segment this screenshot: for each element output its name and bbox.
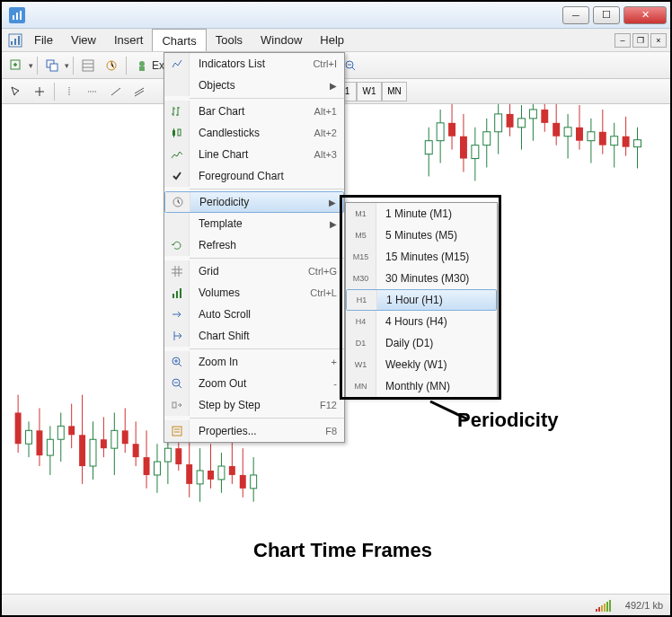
grid-icon [164, 260, 190, 282]
menu-item-chart-shift[interactable]: Chart Shift [164, 325, 344, 347]
menu-item-zoom-in[interactable]: Zoom In+ [164, 351, 344, 373]
periodicity-h1[interactable]: H11 Hour (H1) [346, 289, 497, 311]
menu-insert[interactable]: Insert [105, 29, 153, 51]
menu-item-label: Properties... [190, 425, 325, 437]
svg-rect-95 [599, 132, 606, 145]
horizontal-line-tool-button[interactable] [82, 81, 103, 102]
svg-rect-23 [36, 430, 42, 455]
svg-point-12 [139, 61, 145, 66]
menu-item-line-chart[interactable]: Line ChartAlt+3 [164, 144, 344, 165]
svg-rect-83 [529, 110, 536, 119]
bar-chart-icon [164, 101, 190, 122]
menu-item-refresh[interactable]: Refresh [164, 234, 344, 256]
menu-item-bar-chart[interactable]: Bar ChartAlt+1 [164, 101, 344, 122]
periodicity-m5[interactable]: M55 Minutes (M5) [346, 225, 497, 246]
periodicity-h4[interactable]: H44 Hours (H4) [346, 311, 497, 332]
menu-shortcut: Alt+2 [314, 128, 337, 138]
navigator-button[interactable] [101, 55, 122, 76]
svg-rect-41 [133, 444, 139, 457]
periodicity-item-label: 4 Hours (H4) [376, 315, 497, 328]
window-close-button[interactable]: ✕ [623, 6, 667, 24]
svg-rect-111 [172, 427, 181, 436]
trendline-tool-button[interactable] [105, 81, 127, 102]
props-icon [164, 420, 190, 442]
periodicity-d1[interactable]: D1Daily (D1) [346, 332, 497, 354]
svg-rect-27 [57, 426, 64, 439]
menu-item-objects[interactable]: Objects▶ [164, 75, 344, 96]
svg-rect-77 [495, 114, 502, 132]
timeframe-mn-button[interactable]: MN [382, 82, 407, 101]
svg-rect-0 [13, 15, 14, 20]
menu-item-step-by-step[interactable]: Step by StepF12 [164, 394, 344, 416]
menu-item-foreground-chart[interactable]: Foreground Chart [164, 165, 344, 187]
annotation-timeframes-label: Chart Time Frames [253, 539, 432, 562]
periodicity-m1[interactable]: M11 Minute (M1) [346, 203, 497, 225]
zoom-in-icon [164, 351, 190, 373]
profiles-button[interactable] [41, 55, 63, 76]
submenu-arrow-icon: ▶ [329, 198, 336, 207]
svg-rect-65 [425, 141, 432, 154]
menu-tools[interactable]: Tools [207, 29, 252, 51]
cursor-tool-button[interactable] [5, 81, 27, 102]
menu-shortcut: + [332, 357, 337, 367]
periodicity-item-label: Monthly (MN) [376, 380, 497, 392]
svg-rect-59 [229, 466, 235, 475]
svg-rect-6 [18, 36, 20, 45]
svg-rect-71 [460, 137, 467, 159]
svg-rect-1 [16, 13, 18, 20]
market-watch-button[interactable] [77, 55, 99, 76]
connection-indicator-icon [596, 599, 611, 612]
statusbar: 492/1 kb [2, 594, 670, 615]
periodicity-code-label: MN [346, 375, 376, 397]
menu-item-template[interactable]: Template▶ [164, 213, 344, 234]
menu-shortcut: Alt+1 [314, 106, 337, 117]
menu-item-grid[interactable]: GridCtrl+G [164, 260, 344, 282]
svg-rect-93 [588, 132, 595, 141]
window-maximize-button[interactable]: ☐ [593, 6, 620, 24]
periodicity-m15[interactable]: M1515 Minutes (M15) [346, 246, 497, 268]
menu-item-properties-[interactable]: Properties...F8 [164, 420, 344, 442]
svg-rect-89 [564, 128, 571, 137]
svg-rect-2 [20, 11, 22, 20]
menu-shortcut: Ctrl+L [310, 287, 337, 298]
periodicity-mn[interactable]: MNMonthly (MN) [346, 375, 497, 397]
menu-item-label: Zoom In [190, 356, 332, 368]
mdi-restore-button[interactable]: ❐ [632, 33, 649, 48]
timeframe-w1-button[interactable]: W1 [357, 82, 382, 101]
svg-rect-19 [15, 412, 22, 444]
crosshair-tool-button[interactable] [29, 81, 50, 102]
periodicity-code-label: M5 [346, 225, 376, 246]
svg-rect-29 [68, 426, 75, 435]
vertical-line-tool-button[interactable] [58, 81, 80, 102]
svg-rect-110 [172, 402, 176, 408]
menu-item-zoom-out[interactable]: Zoom Out- [164, 373, 344, 394]
volumes-icon [164, 282, 190, 304]
svg-rect-87 [553, 123, 560, 137]
periodicity-m30[interactable]: M3030 Minutes (M30) [346, 268, 497, 289]
traffic-label: 492/1 kb [625, 600, 663, 611]
menu-file[interactable]: File [25, 29, 62, 51]
menu-charts[interactable]: Charts [152, 29, 206, 51]
periodicity-item-label: 5 Minutes (M5) [376, 229, 497, 242]
menu-shortcut: F8 [325, 426, 337, 436]
menu-item-indicators-list[interactable]: Indicators ListCtrl+I [164, 53, 344, 75]
zoom-out-icon [164, 373, 190, 394]
mdi-minimize-button[interactable]: – [615, 33, 631, 48]
svg-rect-43 [144, 457, 150, 475]
mdi-close-button[interactable]: × [650, 33, 667, 48]
svg-rect-106 [176, 291, 178, 298]
menu-item-candlesticks[interactable]: CandlesticksAlt+2 [164, 122, 344, 144]
menu-item-volumes[interactable]: VolumesCtrl+L [164, 282, 344, 304]
menu-item-auto-scroll[interactable]: Auto Scroll [164, 304, 344, 325]
menu-item-periodicity[interactable]: Periodicity▶ [164, 191, 344, 213]
menu-window[interactable]: Window [252, 29, 311, 51]
menu-view[interactable]: View [62, 29, 105, 51]
periodicity-item-label: Daily (D1) [376, 337, 497, 349]
periodicity-w1[interactable]: W1Weekly (W1) [346, 354, 497, 375]
svg-rect-39 [122, 430, 128, 444]
new-chart-button[interactable] [5, 55, 27, 76]
menu-help[interactable]: Help [311, 29, 353, 51]
menu-shortcut: F12 [320, 400, 337, 410]
window-minimize-button[interactable]: ─ [562, 6, 589, 24]
channel-tool-button[interactable] [128, 81, 150, 102]
